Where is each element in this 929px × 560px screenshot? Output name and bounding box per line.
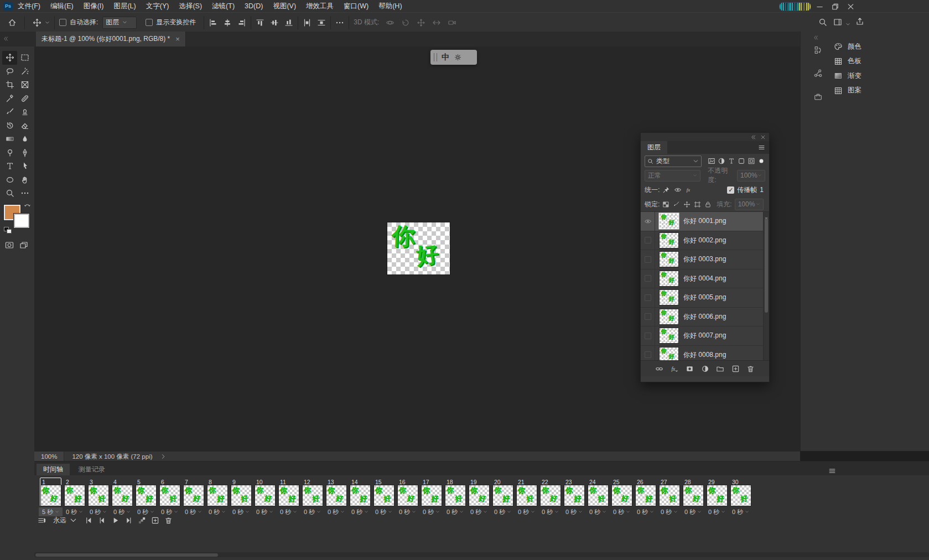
menu-item-3[interactable]: 图像(I) xyxy=(79,0,109,12)
layer-row-7[interactable]: 你好你好 0007.png xyxy=(641,326,769,346)
tool-preset-chevron-icon[interactable] xyxy=(45,18,50,27)
frame-19[interactable]: 19你好0 秒 xyxy=(467,478,491,516)
tween-icon[interactable] xyxy=(138,516,146,525)
layer-thumbnail[interactable]: 你好 xyxy=(660,233,678,248)
tool-ellipsis-icon[interactable] xyxy=(17,186,32,200)
dock-button-history-icon[interactable] xyxy=(809,40,826,59)
tool-move-icon[interactable] xyxy=(2,51,17,65)
layer-thumbnail[interactable]: 你好 xyxy=(660,309,678,324)
frame-thumbnail[interactable]: 你好 xyxy=(326,485,346,506)
frame-24[interactable]: 24你好0 秒 xyxy=(586,478,610,516)
frame-thumbnail[interactable]: 你好 xyxy=(660,485,679,506)
shape-filter-icon[interactable] xyxy=(738,157,745,165)
frame-1[interactable]: 1你好5 秒 xyxy=(39,478,63,516)
frame-17[interactable]: 17你好0 秒 xyxy=(419,478,443,516)
frame-duration-dropdown[interactable]: 0 秒 xyxy=(515,507,538,516)
frame-duration-dropdown[interactable]: 0 秒 xyxy=(705,507,729,516)
frame-21[interactable]: 21你好0 秒 xyxy=(515,478,538,516)
frame-5[interactable]: 5你好0 秒 xyxy=(134,478,158,516)
layer-visibility-toggle[interactable] xyxy=(641,250,655,269)
frame-thumbnail[interactable]: 你好 xyxy=(422,485,442,506)
frame-duration-dropdown[interactable]: 0 秒 xyxy=(562,507,586,516)
frame-27[interactable]: 27你好0 秒 xyxy=(657,478,681,516)
frame-duration-dropdown[interactable]: 0 秒 xyxy=(681,507,705,516)
dock-panel-渐变[interactable]: 渐变 xyxy=(829,69,866,84)
layer-row-2[interactable]: 你好你好 0002.png xyxy=(641,231,769,251)
layer-row-3[interactable]: 你好你好 0003.png xyxy=(641,250,769,269)
show-transform-checkbox[interactable] xyxy=(146,19,153,26)
frame-thumbnail[interactable]: 你好 xyxy=(65,485,85,506)
fill-field[interactable]: 100% xyxy=(735,199,764,210)
document-tab[interactable]: 未标题-1 @ 100% (你好0001.png, RGB/8) * × xyxy=(36,32,186,46)
layer-thumbnail[interactable]: 你好 xyxy=(660,348,678,360)
timeline-menu-icon[interactable] xyxy=(828,467,836,475)
frame-duration-dropdown[interactable]: 0 秒 xyxy=(205,507,229,516)
tool-history-brush-icon[interactable] xyxy=(2,119,17,133)
layer-visibility-toggle[interactable] xyxy=(641,308,655,326)
propagate-frame-checkbox[interactable]: ✓ xyxy=(727,186,734,194)
frame-thumbnail[interactable]: 你好 xyxy=(303,485,323,506)
layer-row-4[interactable]: 你好你好 0004.png xyxy=(641,269,769,289)
panel-collapse-icon[interactable] xyxy=(750,134,756,140)
frame-13[interactable]: 13你好0 秒 xyxy=(324,478,348,516)
frame-thumbnail[interactable]: 你好 xyxy=(279,485,299,506)
layer-thumbnail[interactable]: 你好 xyxy=(660,252,678,267)
workspace-button[interactable] xyxy=(833,18,842,27)
tool-type-icon[interactable] xyxy=(2,159,17,173)
frame-23[interactable]: 23你好0 秒 xyxy=(562,478,586,516)
tool-dodge-icon[interactable] xyxy=(2,146,17,160)
tool-frame-icon[interactable] xyxy=(17,78,32,92)
tool-eraser-icon[interactable] xyxy=(17,119,32,133)
adjustment-filter-icon[interactable] xyxy=(718,157,725,165)
frame-thumbnail[interactable]: 你好 xyxy=(41,485,61,506)
dock-button-libraries-icon[interactable] xyxy=(809,87,826,106)
quick-mask-button[interactable] xyxy=(4,240,14,250)
frame-thumbnail[interactable]: 你好 xyxy=(350,485,370,506)
menu-item-9[interactable]: 视图(V) xyxy=(268,0,301,12)
frame-duration-dropdown[interactable]: 0 秒 xyxy=(657,507,681,516)
lock-transparent-icon[interactable] xyxy=(662,201,669,208)
frame-thumbnail[interactable]: 你好 xyxy=(112,485,132,506)
frame-duration-dropdown[interactable]: 0 秒 xyxy=(419,507,443,516)
panel-close-icon[interactable] xyxy=(760,134,766,140)
menu-item-7[interactable]: 滤镜(T) xyxy=(207,0,240,12)
frame-16[interactable]: 16你好0 秒 xyxy=(396,478,419,516)
delete-frame-icon[interactable] xyxy=(164,516,173,525)
frame-thumbnail[interactable]: 你好 xyxy=(493,485,513,506)
frame-thumbnail[interactable]: 你好 xyxy=(541,485,560,506)
distribute-v-icon[interactable] xyxy=(317,18,326,27)
frame-thumbnail[interactable]: 你好 xyxy=(517,485,537,506)
tool-pen-icon[interactable] xyxy=(17,146,32,160)
frame-duration-dropdown[interactable]: 0 秒 xyxy=(491,507,515,516)
window-minimize-button[interactable] xyxy=(816,2,824,11)
frame-duration-dropdown[interactable]: 0 秒 xyxy=(586,507,610,516)
auto-select-checkbox[interactable] xyxy=(59,19,66,26)
search-button[interactable] xyxy=(818,18,827,27)
frame-29[interactable]: 29你好0 秒 xyxy=(705,478,729,516)
tool-eyedropper-icon[interactable] xyxy=(2,92,17,106)
frame-duration-dropdown[interactable]: 0 秒 xyxy=(253,507,277,516)
tool-hand-icon[interactable] xyxy=(17,173,32,187)
frame-duration-dropdown[interactable]: 0 秒 xyxy=(324,507,348,516)
frame-duration-dropdown[interactable]: 0 秒 xyxy=(372,507,396,516)
menu-item-8[interactable]: 3D(D) xyxy=(240,0,268,12)
distribute-h-icon[interactable] xyxy=(303,18,312,27)
default-colors-icon[interactable] xyxy=(4,227,11,233)
screen-mode-button[interactable] xyxy=(19,240,29,250)
layer-thumbnail[interactable]: 你好 xyxy=(660,271,678,286)
frame-9[interactable]: 9你好0 秒 xyxy=(229,478,253,516)
menu-item-1[interactable]: 文件(F) xyxy=(13,0,45,12)
layer-row-1[interactable]: 你好你好 0001.png xyxy=(641,212,769,231)
layer-thumbnail[interactable]: 你好 xyxy=(660,290,678,305)
delete-layer-icon[interactable] xyxy=(746,365,755,373)
frame-18[interactable]: 18你好0 秒 xyxy=(443,478,467,516)
layer-visibility-toggle[interactable] xyxy=(641,231,655,250)
swap-colors-icon[interactable] xyxy=(24,203,31,210)
tab-close-icon[interactable]: × xyxy=(175,35,180,43)
frame-duration-dropdown[interactable]: 0 秒 xyxy=(277,507,300,516)
pixel-filter-icon[interactable] xyxy=(708,157,715,165)
align-top-icon[interactable] xyxy=(256,18,264,27)
unify-visibility-icon[interactable] xyxy=(674,186,682,194)
share-button[interactable] xyxy=(855,17,864,26)
frame-thumbnail[interactable]: 你好 xyxy=(469,485,489,506)
